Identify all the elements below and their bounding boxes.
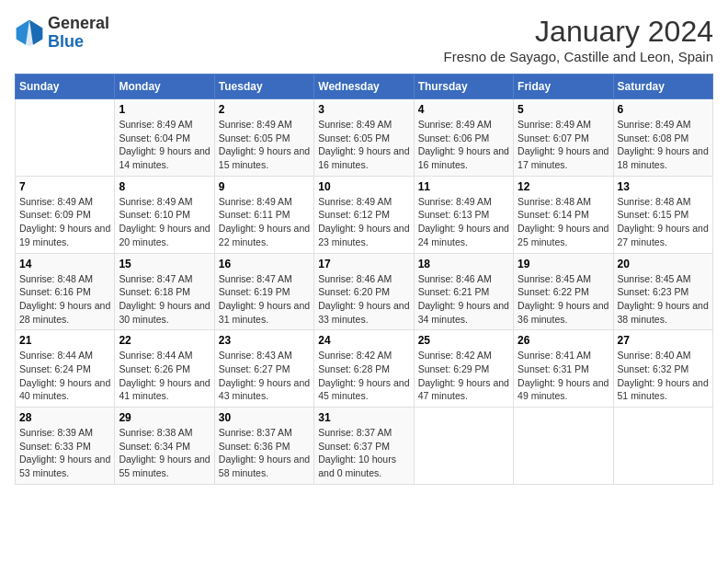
- calendar-cell: 7Sunrise: 8:49 AMSunset: 6:09 PMDaylight…: [16, 176, 115, 253]
- day-number: 22: [119, 334, 210, 347]
- day-info: Sunrise: 8:39 AMSunset: 6:33 PMDaylight:…: [19, 426, 110, 480]
- day-number: 17: [318, 258, 409, 270]
- calendar-cell: 21Sunrise: 8:44 AMSunset: 6:24 PMDayligh…: [16, 330, 115, 408]
- calendar-cell: 19Sunrise: 8:45 AMSunset: 6:22 PMDayligh…: [514, 253, 613, 330]
- day-info: Sunrise: 8:45 AMSunset: 6:22 PMDaylight:…: [518, 272, 609, 327]
- day-info: Sunrise: 8:49 AMSunset: 6:11 PMDaylight:…: [219, 195, 310, 249]
- calendar-week-row: 1Sunrise: 8:49 AMSunset: 6:04 PMDaylight…: [16, 99, 713, 177]
- day-number: 30: [219, 411, 310, 424]
- day-number: 8: [119, 180, 210, 193]
- day-number: 15: [119, 258, 210, 270]
- day-info: Sunrise: 8:48 AMSunset: 6:16 PMDaylight:…: [19, 272, 110, 327]
- day-number: 28: [19, 411, 110, 424]
- day-number: 10: [318, 180, 409, 193]
- day-info: Sunrise: 8:42 AMSunset: 6:29 PMDaylight:…: [418, 349, 509, 403]
- day-number: 19: [518, 258, 609, 270]
- calendar-cell: 23Sunrise: 8:43 AMSunset: 6:27 PMDayligh…: [214, 330, 313, 408]
- day-info: Sunrise: 8:49 AMSunset: 6:13 PMDaylight:…: [418, 195, 509, 249]
- day-info: Sunrise: 8:37 AMSunset: 6:36 PMDaylight:…: [219, 426, 310, 480]
- calendar-cell: 1Sunrise: 8:49 AMSunset: 6:04 PMDaylight…: [115, 99, 214, 177]
- day-number: 2: [219, 103, 310, 116]
- calendar-cell: 18Sunrise: 8:46 AMSunset: 6:21 PMDayligh…: [414, 253, 513, 330]
- day-info: Sunrise: 8:42 AMSunset: 6:28 PMDaylight:…: [318, 349, 409, 403]
- calendar-cell: 26Sunrise: 8:41 AMSunset: 6:31 PMDayligh…: [514, 330, 613, 408]
- calendar-cell: [16, 99, 115, 177]
- day-info: Sunrise: 8:49 AMSunset: 6:09 PMDaylight:…: [19, 195, 110, 249]
- logo-blue-text: Blue: [48, 33, 109, 52]
- day-number: 6: [618, 103, 709, 116]
- day-number: 4: [418, 103, 509, 116]
- calendar-week-row: 7Sunrise: 8:49 AMSunset: 6:09 PMDaylight…: [16, 176, 713, 253]
- day-number: 1: [119, 103, 210, 116]
- day-number: 11: [418, 180, 509, 193]
- day-number: 29: [119, 411, 210, 424]
- subtitle: Fresno de Sayago, Castille and Leon, Spa…: [443, 49, 713, 64]
- calendar-cell: 10Sunrise: 8:49 AMSunset: 6:12 PMDayligh…: [314, 176, 414, 253]
- calendar-header-row: SundayMondayTuesdayWednesdayThursdayFrid…: [16, 75, 713, 99]
- weekday-header: Saturday: [613, 75, 712, 99]
- day-info: Sunrise: 8:46 AMSunset: 6:21 PMDaylight:…: [418, 272, 509, 327]
- weekday-header: Monday: [115, 75, 214, 99]
- calendar-cell: 25Sunrise: 8:42 AMSunset: 6:29 PMDayligh…: [414, 330, 513, 408]
- page-header: General Blue January 2024 Fresno de Saya…: [15, 15, 713, 64]
- day-number: 20: [618, 258, 709, 270]
- calendar-cell: 20Sunrise: 8:45 AMSunset: 6:23 PMDayligh…: [613, 253, 712, 330]
- day-info: Sunrise: 8:49 AMSunset: 6:10 PMDaylight:…: [119, 195, 210, 249]
- logo: General Blue: [15, 15, 109, 52]
- calendar-cell: 27Sunrise: 8:40 AMSunset: 6:32 PMDayligh…: [613, 330, 712, 408]
- day-info: Sunrise: 8:48 AMSunset: 6:14 PMDaylight:…: [518, 195, 609, 249]
- day-number: 23: [219, 334, 310, 347]
- calendar-cell: 9Sunrise: 8:49 AMSunset: 6:11 PMDaylight…: [214, 176, 313, 253]
- day-number: 5: [518, 103, 609, 116]
- calendar-cell: 16Sunrise: 8:47 AMSunset: 6:19 PMDayligh…: [214, 253, 313, 330]
- logo-general-text: General: [48, 15, 109, 33]
- title-block: January 2024 Fresno de Sayago, Castille …: [443, 15, 713, 64]
- calendar-cell: 31Sunrise: 8:37 AMSunset: 6:37 PMDayligh…: [314, 408, 414, 485]
- calendar-cell: 4Sunrise: 8:49 AMSunset: 6:06 PMDaylight…: [414, 99, 513, 177]
- day-info: Sunrise: 8:49 AMSunset: 6:08 PMDaylight:…: [618, 118, 709, 172]
- main-title: January 2024: [443, 15, 713, 49]
- calendar-table: SundayMondayTuesdayWednesdayThursdayFrid…: [15, 74, 713, 485]
- day-info: Sunrise: 8:49 AMSunset: 6:04 PMDaylight:…: [119, 118, 210, 172]
- calendar-cell: 5Sunrise: 8:49 AMSunset: 6:07 PMDaylight…: [514, 99, 613, 177]
- calendar-cell: [414, 408, 513, 485]
- day-number: 21: [19, 334, 110, 347]
- day-info: Sunrise: 8:46 AMSunset: 6:20 PMDaylight:…: [318, 272, 409, 327]
- day-info: Sunrise: 8:45 AMSunset: 6:23 PMDaylight:…: [618, 272, 709, 327]
- day-number: 31: [318, 411, 409, 424]
- calendar-cell: 3Sunrise: 8:49 AMSunset: 6:05 PMDaylight…: [314, 99, 414, 177]
- calendar-cell: 14Sunrise: 8:48 AMSunset: 6:16 PMDayligh…: [16, 253, 115, 330]
- day-number: 18: [418, 258, 509, 270]
- day-number: 24: [318, 334, 409, 347]
- calendar-cell: 24Sunrise: 8:42 AMSunset: 6:28 PMDayligh…: [314, 330, 414, 408]
- calendar-cell: 30Sunrise: 8:37 AMSunset: 6:36 PMDayligh…: [214, 408, 313, 485]
- day-info: Sunrise: 8:49 AMSunset: 6:06 PMDaylight:…: [418, 118, 509, 172]
- calendar-cell: 15Sunrise: 8:47 AMSunset: 6:18 PMDayligh…: [115, 253, 214, 330]
- calendar-cell: [613, 408, 712, 485]
- calendar-cell: 29Sunrise: 8:38 AMSunset: 6:34 PMDayligh…: [115, 408, 214, 485]
- day-info: Sunrise: 8:37 AMSunset: 6:37 PMDaylight:…: [318, 426, 409, 480]
- day-number: 13: [618, 180, 709, 193]
- day-info: Sunrise: 8:43 AMSunset: 6:27 PMDaylight:…: [219, 349, 310, 403]
- calendar-cell: 28Sunrise: 8:39 AMSunset: 6:33 PMDayligh…: [16, 408, 115, 485]
- day-info: Sunrise: 8:38 AMSunset: 6:34 PMDaylight:…: [119, 426, 210, 480]
- day-info: Sunrise: 8:49 AMSunset: 6:05 PMDaylight:…: [219, 118, 310, 172]
- day-info: Sunrise: 8:49 AMSunset: 6:07 PMDaylight:…: [518, 118, 609, 172]
- calendar-cell: 17Sunrise: 8:46 AMSunset: 6:20 PMDayligh…: [314, 253, 414, 330]
- day-number: 12: [518, 180, 609, 193]
- weekday-header: Tuesday: [214, 75, 313, 99]
- weekday-header: Wednesday: [314, 75, 414, 99]
- day-info: Sunrise: 8:44 AMSunset: 6:24 PMDaylight:…: [19, 349, 110, 403]
- calendar-cell: 8Sunrise: 8:49 AMSunset: 6:10 PMDaylight…: [115, 176, 214, 253]
- calendar-cell: 6Sunrise: 8:49 AMSunset: 6:08 PMDaylight…: [613, 99, 712, 177]
- day-info: Sunrise: 8:48 AMSunset: 6:15 PMDaylight:…: [618, 195, 709, 249]
- day-info: Sunrise: 8:44 AMSunset: 6:26 PMDaylight:…: [119, 349, 210, 403]
- day-number: 14: [19, 258, 110, 270]
- weekday-header: Friday: [514, 75, 613, 99]
- calendar-cell: 11Sunrise: 8:49 AMSunset: 6:13 PMDayligh…: [414, 176, 513, 253]
- day-info: Sunrise: 8:40 AMSunset: 6:32 PMDaylight:…: [618, 349, 709, 403]
- calendar-week-row: 14Sunrise: 8:48 AMSunset: 6:16 PMDayligh…: [16, 253, 713, 330]
- weekday-header: Thursday: [414, 75, 513, 99]
- day-info: Sunrise: 8:49 AMSunset: 6:05 PMDaylight:…: [318, 118, 409, 172]
- day-number: 3: [318, 103, 409, 116]
